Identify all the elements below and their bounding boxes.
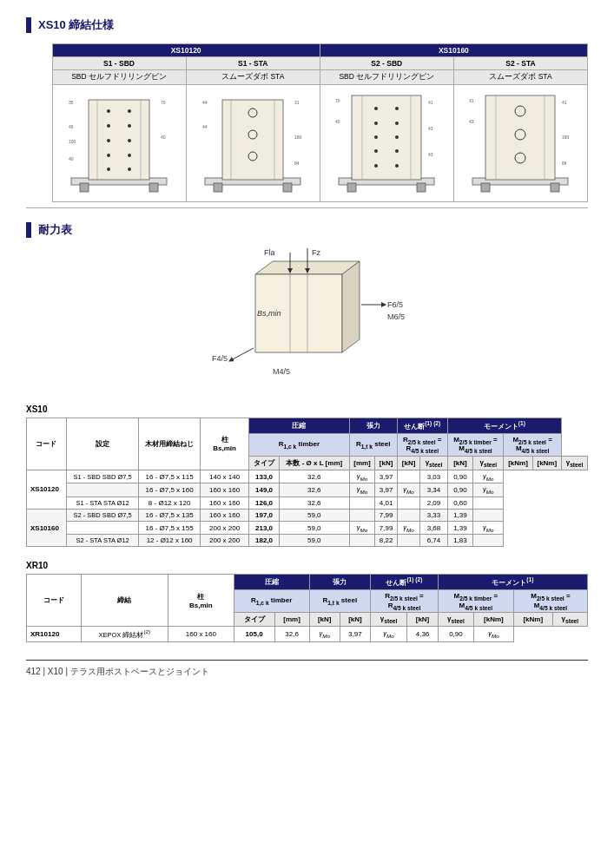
type-1b (66, 483, 138, 497)
svg-text:44: 44 (202, 100, 208, 105)
svg-point-49 (395, 149, 399, 153)
col-moment: モーメント(1) (447, 418, 561, 434)
gamma-1cc (473, 496, 504, 509)
label-type: タイプ (249, 456, 280, 470)
svg-text:180: 180 (562, 135, 570, 140)
svg-point-10 (107, 139, 110, 142)
force-bar-icon (26, 222, 31, 238)
sub-header-s1-sta: S1 - STA (186, 57, 320, 70)
svg-line-84 (229, 348, 254, 361)
xr-label-type: タイプ (234, 613, 274, 627)
diagram-s2-sta: 41 43 41 180 84 (453, 85, 587, 202)
svg-text:M4/5: M4/5 (273, 367, 290, 376)
svg-rect-24 (283, 183, 292, 192)
unit-r1c: [kN] (375, 456, 397, 470)
xr-m25s: 0,90 (438, 627, 473, 642)
xr-sub-m25s: M2/5 k steel =M4/5 k steel (513, 590, 587, 613)
footer: 412 | X10 | テラス用ポストベースとジョイント (26, 660, 588, 678)
r25-1: 3,97 (375, 470, 397, 483)
m25t-1b: 3,34 (420, 483, 447, 497)
svg-text:40: 40 (161, 135, 166, 140)
col-tension: 張力 (349, 418, 397, 434)
xr-unit-gamma2: γsteel (438, 613, 473, 627)
m25s-2b: 1,39 (447, 521, 473, 535)
svg-text:M6/5: M6/5 (387, 312, 405, 321)
svg-text:35: 35 (69, 100, 74, 105)
diagram-row: 35 40 100 40 70 40 (26, 85, 588, 202)
col-group-xs10160: XS10160 (320, 44, 587, 57)
m25s-2a: 1,39 (447, 509, 473, 521)
type-s1-sbd: S1 - SBD SBD Ø7,5 (66, 470, 138, 483)
svg-point-6 (107, 109, 110, 113)
svg-marker-73 (342, 261, 360, 352)
xr-bs: 160 x 160 (168, 627, 234, 642)
label-screws-detail: 本数 - Ø x L [mm] (279, 456, 349, 470)
col-code-xr: コード (27, 575, 82, 627)
gamma-2ba: γMo (349, 521, 375, 535)
r1c-2b: 213,0 (249, 521, 280, 535)
unit-gamma2: γsteel (473, 456, 504, 470)
table-row: XS10160 S2 - SBD SBD Ø7,5 16 - Ø7,5 x 13… (27, 509, 588, 521)
svg-text:100: 100 (69, 139, 76, 144)
xr-gamma2: γMo (371, 627, 407, 642)
svg-point-50 (374, 164, 378, 168)
svg-text:180: 180 (294, 135, 302, 140)
sub-r1t: R1,t k steel (349, 433, 397, 456)
svg-text:41: 41 (428, 100, 433, 105)
unit-m25t: [kNm] (504, 456, 532, 470)
sub-desc-1: スムーズダボ STA (186, 70, 320, 85)
force-section-header: 耐力表 (26, 222, 588, 238)
r1t-1c: 32,6 (279, 496, 349, 509)
table-row: S2 - STA STA Ø12 12 - Ø12 x 160 200 x 20… (27, 535, 588, 547)
sub-desc-2: SBD セルフドリリングピン (320, 70, 453, 85)
m25s-1b: 0,90 (447, 483, 473, 497)
sub-desc-3: スムーズダボ STA (453, 70, 587, 85)
type-2b (66, 521, 138, 535)
col-compression: 圧縮 (249, 418, 349, 434)
gamma-2aa (349, 509, 375, 521)
svg-text:44: 44 (202, 124, 208, 129)
xr-unit-mm: [mm] (274, 613, 309, 627)
svg-point-46 (374, 135, 378, 139)
section-bar-icon (26, 17, 31, 33)
force-diagram: Fz Fla Bs,min F6/5 M6/5 F4/5 M4/5 (177, 248, 438, 387)
table-row: XS10120 S1 - SBD SBD Ø7,5 16 - Ø7,5 x 11… (27, 470, 588, 483)
svg-rect-1 (80, 183, 89, 192)
unit-r25: [kN] (447, 456, 473, 470)
xr10-data-section: XR10 コード 締結 柱Bs,min 圧縮 張力 せん断(1) (2) モーメ… (26, 561, 588, 641)
col-tension-xr: 張力 (309, 575, 370, 590)
m25t-2c: 6,74 (420, 535, 447, 547)
bs-1: 140 x 140 (200, 470, 248, 483)
col-group-xs10120: XS10120 (52, 44, 320, 57)
sub-desc-0: SBD セルフドリリングピン (52, 70, 186, 85)
svg-text:70: 70 (335, 98, 340, 103)
gamma-2ca (349, 535, 375, 547)
gamma-1cb (397, 496, 420, 509)
svg-point-43 (395, 107, 399, 110)
table-row: 16 - Ø7,5 x 160 160 x 160 149,0 32,6 γMo… (27, 483, 588, 497)
svg-rect-59 (551, 183, 559, 192)
code-xs10160: XS10160 (27, 509, 67, 547)
xr-unit-m25s: [kNm] (513, 613, 552, 627)
r1t-2a: 59,0 (279, 509, 349, 521)
gamma-1c: γMo (473, 470, 504, 483)
r1c-1: 133,0 (249, 470, 280, 483)
bs-1c: 160 x 160 (200, 496, 248, 509)
xr-sub-r25: R2/5 k steel =R4/5 k steel (371, 590, 439, 613)
r25-2c: 8,22 (375, 535, 397, 547)
svg-text:41: 41 (469, 98, 474, 103)
m25s-1: 0,90 (447, 470, 473, 483)
m25s-1c: 0,60 (447, 496, 473, 509)
sub-m25s: M2/5 k steel =M4/5 k steel (504, 433, 562, 456)
r1c-2a: 197,0 (249, 509, 280, 521)
footer-text: 412 | X10 | テラス用ポストベースとジョイント (26, 667, 209, 676)
xr-sub-r1c: R1,c k timber (234, 590, 309, 613)
col-code: コード (27, 418, 67, 470)
unit-gamma3: γsteel (561, 456, 587, 470)
label-bs-unit: [mm] (349, 456, 375, 470)
sub-r1c: R1,c k timber (249, 433, 349, 456)
r25-2a: 7,99 (375, 509, 397, 521)
xs10-data-section: XS10 コード 設定 木材用締結ねじ 柱Bs,min 圧縮 張力 せん断(1)… (26, 404, 588, 547)
col-締結-xr: 締結 (81, 575, 168, 627)
code-xr10120: XR10120 (27, 627, 82, 642)
